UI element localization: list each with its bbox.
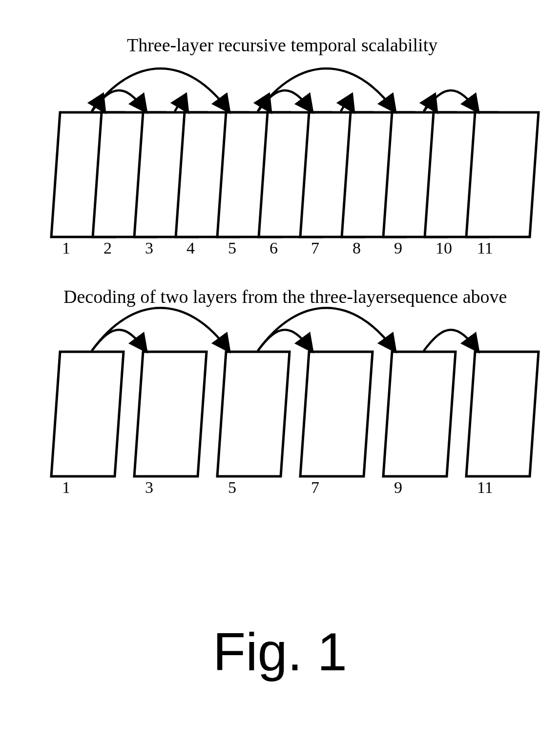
frame-card (51, 352, 124, 476)
frame-number: 1 (62, 239, 70, 257)
frame-number: 6 (270, 239, 278, 257)
frame-number: 7 (311, 239, 319, 257)
frame-number: 3 (145, 478, 153, 496)
prediction-arrow (175, 99, 187, 111)
frame-number: 8 (353, 239, 361, 257)
frame-number: 2 (104, 239, 112, 257)
frame-number: 7 (311, 478, 319, 496)
prediction-arrow (258, 68, 395, 111)
prediction-arrow (424, 90, 478, 111)
frame-number: 5 (228, 478, 236, 496)
frame-number: 9 (394, 239, 402, 257)
figure-page: Three-layer recursive temporal scalabili… (0, 0, 560, 747)
frame-card (134, 352, 207, 476)
diagram-svg: 1234567891011 1357911 (0, 0, 560, 747)
frame-card (466, 112, 539, 237)
frame-card (466, 352, 539, 476)
frame-number: 3 (145, 239, 153, 257)
frame-number: 1 (62, 478, 70, 496)
prediction-arrow (258, 308, 395, 351)
frame-number: 11 (477, 478, 493, 496)
frame-card (217, 352, 290, 476)
frame-number: 9 (394, 478, 402, 496)
frame-number: 10 (436, 239, 452, 257)
prediction-arrow (92, 308, 229, 351)
prediction-arrow (92, 68, 229, 111)
frame-number: 11 (477, 239, 493, 257)
frame-card (383, 352, 456, 476)
frame-number: 4 (187, 239, 195, 257)
frame-card (300, 352, 373, 476)
frame-number: 5 (228, 239, 236, 257)
prediction-arrow (341, 99, 353, 111)
prediction-arrow (424, 330, 478, 351)
